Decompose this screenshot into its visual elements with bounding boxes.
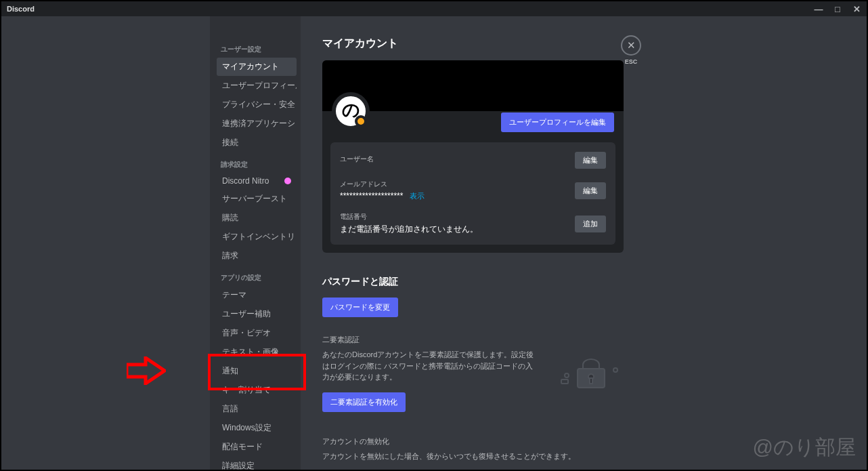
- page-title: マイアカウント: [322, 37, 624, 51]
- maximize-button[interactable]: □: [833, 4, 842, 14]
- sidebar-item-appearance[interactable]: テーマ: [217, 286, 297, 304]
- sidebar-item-privacy[interactable]: プライバシー・安全: [217, 96, 297, 114]
- sidebar-item-keybinds[interactable]: キー割り当て: [217, 381, 297, 399]
- minimize-button[interactable]: —: [814, 4, 823, 14]
- username-label: ユーザー名: [340, 155, 575, 164]
- sidebar-header-app: アプリの設定: [217, 270, 297, 285]
- twofa-description: あなたのDiscordアカウントを二要素認証で保護します。設定後はログインの際に…: [322, 349, 539, 383]
- field-email: メールアドレス ******************** 表示 編集: [340, 180, 606, 201]
- sidebar-item-server-boost[interactable]: サーバーブースト: [217, 190, 297, 208]
- sidebar-header-billing: 請求設定: [217, 157, 297, 172]
- reveal-email-link[interactable]: 表示: [410, 192, 425, 200]
- account-card: の ユーザープロフィールを編集 ユーザー名: [322, 60, 624, 253]
- field-phone: 電話番号 まだ電話番号が追加されていません。 追加: [340, 212, 606, 235]
- sidebar-item-my-account[interactable]: マイアカウント: [217, 58, 297, 76]
- email-value: ********************: [340, 191, 403, 201]
- esc-label: ESC: [625, 58, 638, 65]
- lock-illustration-icon: [559, 355, 624, 392]
- deactivate-label: アカウントの無効化: [322, 436, 624, 447]
- svg-rect-5: [561, 380, 568, 384]
- sidebar-item-billing[interactable]: 請求: [217, 247, 297, 265]
- settings-sidebar: ユーザー設定 マイアカウント ユーザープロフィール プライバシー・安全 連携済ア…: [210, 16, 301, 470]
- close-x-icon: ✕: [627, 39, 636, 52]
- sidebar-header-user: ユーザー設定: [217, 42, 297, 57]
- edit-username-button[interactable]: 編集: [575, 152, 606, 169]
- svg-point-4: [613, 368, 617, 372]
- content-area: マイアカウント の ユーザープロフィールを編集: [301, 16, 867, 470]
- avatar[interactable]: の: [332, 92, 370, 130]
- nitro-badge-icon: [284, 178, 291, 184]
- sidebar-item-advanced[interactable]: 詳細設定: [217, 457, 297, 470]
- close-button[interactable]: ✕: [852, 4, 861, 14]
- phone-value: まだ電話番号が追加されていません。: [340, 224, 575, 235]
- close-settings-button[interactable]: ✕ ESC: [621, 35, 641, 65]
- password-auth-section: パスワードと認証 パスワードを変更 二要素認証 あなたのDiscordアカウント…: [322, 276, 624, 412]
- deactivate-description: アカウントを無効にした場合、後からいつでも復帰させることができます。: [322, 451, 624, 462]
- sidebar-item-notifications[interactable]: 通知: [217, 362, 297, 380]
- window-controls: — □ ✕: [814, 4, 861, 14]
- edit-email-button[interactable]: 編集: [575, 182, 606, 199]
- sidebar-item-user-profile[interactable]: ユーザープロフィール: [217, 77, 297, 95]
- enable-twofa-button[interactable]: 二要素認証を有効化: [322, 392, 406, 412]
- sidebar-item-text-images[interactable]: テキスト・画像: [217, 343, 297, 361]
- twofa-label: 二要素認証: [322, 335, 548, 345]
- titlebar: Discord — □ ✕: [1, 1, 867, 16]
- left-gutter: [1, 16, 210, 470]
- email-label: メールアドレス: [340, 180, 575, 189]
- deactivate-section: アカウントの無効化 アカウントを無効にした場合、後からいつでも復帰させることがで…: [322, 436, 624, 470]
- sidebar-item-accessibility[interactable]: ユーザー補助: [217, 305, 297, 323]
- password-auth-title: パスワードと認証: [322, 276, 624, 288]
- sidebar-item-connections[interactable]: 接続: [217, 134, 297, 152]
- svg-point-3: [565, 373, 569, 377]
- sidebar-item-subscriptions[interactable]: 購読: [217, 209, 297, 227]
- add-phone-button[interactable]: 追加: [575, 216, 606, 232]
- field-username: ユーザー名 編集: [340, 152, 606, 169]
- sidebar-item-gift-inventory[interactable]: ギフトインベントリ: [217, 228, 297, 246]
- svg-rect-2: [590, 378, 592, 384]
- change-password-button[interactable]: パスワードを変更: [322, 298, 398, 317]
- phone-label: 電話番号: [340, 212, 575, 222]
- sidebar-item-nitro[interactable]: Discord Nitro: [217, 173, 297, 189]
- sidebar-item-language[interactable]: 言語: [217, 400, 297, 418]
- sidebar-item-authorized-apps[interactable]: 連携済アプリケーショ…: [217, 115, 297, 133]
- edit-user-profile-button[interactable]: ユーザープロフィールを編集: [501, 112, 614, 132]
- status-idle-icon: [355, 115, 367, 127]
- sidebar-item-windows-settings[interactable]: Windows設定: [217, 419, 297, 437]
- sidebar-item-streamer-mode[interactable]: 配信モード: [217, 438, 297, 456]
- app-title: Discord: [7, 5, 814, 13]
- sidebar-item-voice-video[interactable]: 音声・ビデオ: [217, 324, 297, 342]
